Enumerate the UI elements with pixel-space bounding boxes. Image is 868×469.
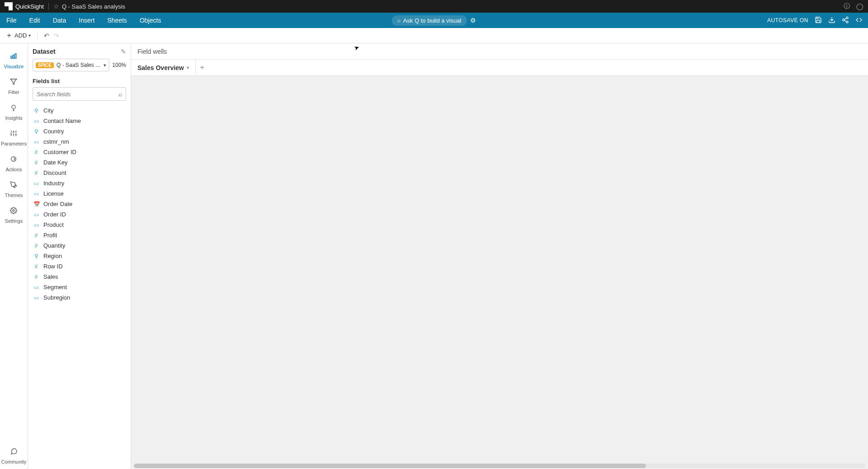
add-button[interactable]: ＋ ADD ▾ (5, 31, 31, 40)
field-item[interactable]: ▭Contact Name (33, 116, 126, 126)
rail-item-visualize[interactable]: Visualize (1, 48, 27, 74)
field-item[interactable]: 📅Order Date (33, 199, 126, 209)
community-icon (10, 448, 18, 457)
rail-item-filter[interactable]: Filter (1, 74, 27, 99)
field-item[interactable]: #Profit (33, 230, 126, 240)
rail-label: Community (1, 459, 27, 464)
rail-label: Themes (5, 192, 23, 198)
canvas-body[interactable] (131, 76, 868, 469)
field-item[interactable]: #Discount (33, 168, 126, 178)
field-item[interactable]: ⚲Region (33, 251, 126, 261)
help-icon[interactable]: ⓘ (844, 2, 850, 10)
menu-item-file[interactable]: File (0, 13, 23, 28)
field-item[interactable]: #Quantity (33, 240, 126, 251)
search-icon[interactable]: ⌕ (118, 90, 122, 98)
field-item[interactable]: ▭Segment (33, 282, 126, 292)
menu-item-sheets[interactable]: Sheets (101, 13, 133, 28)
menu-item-edit[interactable]: Edit (23, 13, 47, 28)
field-type-num-icon: # (33, 232, 39, 239)
field-item[interactable]: ⚲Country (33, 126, 126, 136)
scrollbar-thumb[interactable] (134, 464, 646, 468)
horizontal-scrollbar[interactable] (134, 464, 865, 468)
svg-point-23 (13, 210, 14, 211)
rail-label: Settings (5, 218, 23, 224)
field-type-num-icon: # (33, 159, 39, 166)
field-type-geo-icon: ⚲ (33, 108, 39, 114)
field-type-date-icon: 📅 (33, 201, 39, 207)
fit-width-icon[interactable] (855, 16, 863, 25)
field-name: Discount (43, 169, 66, 176)
quicksight-logo-icon (5, 2, 13, 10)
svg-rect-8 (15, 54, 17, 59)
field-item[interactable]: ▭Order ID (33, 209, 126, 220)
autosave-status[interactable]: AUTOSAVE ON (767, 17, 808, 23)
field-item[interactable]: ▭Industry (33, 178, 126, 188)
field-item[interactable]: #Row ID (33, 261, 126, 272)
dataset-select[interactable]: SPICE Q - SaaS Sales ... ▾ (33, 59, 109, 71)
field-item[interactable]: ⚲City (33, 105, 126, 116)
field-type-geo-icon: ⚲ (33, 253, 39, 259)
favorite-star-icon[interactable]: ☆ (53, 3, 59, 10)
undo-icon[interactable]: ↶ (44, 32, 49, 39)
field-item[interactable]: #Customer ID (33, 147, 126, 157)
gear-icon[interactable]: ⚙ (470, 17, 476, 24)
field-name: Subregion (43, 294, 70, 301)
field-item[interactable]: ▭cstmr_nm (33, 136, 126, 147)
field-name: Order ID (43, 211, 66, 218)
rail-item-themes[interactable]: Themes (1, 177, 27, 202)
field-type-str-icon: ▭ (33, 191, 39, 197)
chevron-down-icon: ▾ (28, 33, 31, 38)
field-item[interactable]: #Date Key (33, 157, 126, 168)
ask-q-button[interactable]: ⌕ Ask Q to build a visual (392, 15, 467, 26)
sheet-tab-label: Sales Overview (137, 64, 184, 71)
field-item[interactable]: ▭Subregion (33, 292, 126, 303)
share-icon[interactable] (842, 16, 849, 25)
rail-item-parameters[interactable]: Parameters (1, 125, 27, 151)
filter-icon (10, 78, 17, 88)
field-type-num-icon: # (33, 263, 39, 270)
field-name: Quantity (43, 242, 65, 249)
themes-icon (10, 181, 17, 191)
export-icon[interactable] (828, 16, 835, 25)
toolbar: ＋ ADD ▾ ↶ ↷ (0, 28, 868, 43)
edit-dataset-icon[interactable]: ✎ (121, 48, 126, 55)
field-item[interactable]: ▭License (33, 188, 126, 199)
field-type-str-icon: ▭ (33, 222, 39, 228)
settings-icon (10, 207, 17, 216)
field-item[interactable]: #Sales (33, 272, 126, 282)
field-type-str-icon: ▭ (33, 284, 39, 291)
field-wells-label: Field wells (137, 48, 167, 55)
field-type-str-icon: ▭ (33, 295, 39, 301)
menu-item-objects[interactable]: Objects (133, 13, 167, 28)
save-icon[interactable] (815, 16, 822, 25)
visualize-icon (10, 52, 17, 62)
rail-item-insights[interactable]: Insights (1, 99, 27, 125)
field-item[interactable]: ▭Product (33, 220, 126, 230)
fields-search-input[interactable] (37, 91, 118, 98)
rail-label: Actions (5, 167, 22, 172)
field-type-str-icon: ▭ (33, 211, 39, 218)
field-name: Industry (43, 180, 64, 187)
rail-item-settings[interactable]: Settings (1, 202, 27, 228)
add-sheet-button[interactable]: ＋ (196, 63, 208, 72)
svg-point-3 (846, 21, 848, 23)
field-wells-bar[interactable]: Field wells (131, 43, 868, 60)
field-type-num-icon: # (33, 274, 39, 280)
rail-item-actions[interactable]: Actions (1, 151, 27, 177)
field-name: License (43, 190, 64, 197)
divider (48, 3, 49, 10)
menu-item-insert[interactable]: Insert (72, 13, 101, 28)
svg-rect-7 (13, 55, 14, 58)
rail-item-community[interactable]: Community (0, 443, 28, 469)
search-icon: ⌕ (397, 17, 401, 23)
sheet-tab[interactable]: Sales Overview ▾ (131, 60, 196, 75)
field-type-num-icon: # (33, 170, 39, 176)
svg-rect-6 (11, 56, 12, 58)
app-logo[interactable]: QuickSight (5, 2, 44, 10)
fields-search-box[interactable]: ⌕ (33, 87, 126, 101)
field-type-num-icon: # (33, 149, 39, 155)
dataset-title: Dataset (33, 48, 56, 55)
user-profile-icon[interactable]: ◯ (856, 3, 863, 10)
chevron-down-icon[interactable]: ▾ (187, 65, 189, 70)
menu-item-data[interactable]: Data (47, 13, 73, 28)
